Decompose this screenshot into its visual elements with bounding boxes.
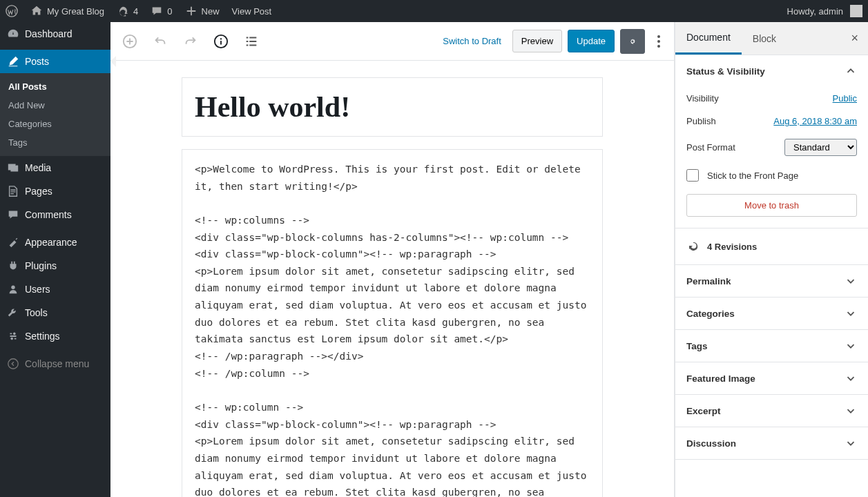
svg-point-1 [11, 286, 15, 289]
label-format: Post Format [686, 142, 735, 153]
howdy-user[interactable]: Howdy, admin [787, 5, 862, 17]
switch-to-draft[interactable]: Switch to Draft [437, 30, 507, 52]
menu-pages[interactable]: Pages [0, 179, 110, 203]
sticky-checkbox[interactable] [686, 169, 699, 182]
menu-posts[interactable]: Posts [0, 50, 110, 73]
updates-link[interactable]: 4 [117, 5, 138, 17]
outline-button[interactable] [239, 29, 264, 54]
admin-sidebar: Dashboard Posts All Posts Add New Catego… [0, 22, 110, 497]
svg-point-7 [220, 38, 222, 39]
chevron-down-icon [845, 340, 857, 352]
section-revisions[interactable]: 4 Revisions [675, 228, 868, 264]
submenu-add-new[interactable]: Add New [0, 96, 110, 115]
chevron-down-icon [845, 437, 857, 449]
site-link[interactable]: My Great Blog [30, 5, 104, 17]
post-content-editor[interactable]: <p>Welcome to WordPress. This is your fi… [182, 149, 603, 497]
svg-point-4 [8, 359, 18, 369]
settings-button[interactable] [620, 29, 645, 54]
chevron-down-icon [845, 405, 857, 417]
menu-appearance[interactable]: Appearance [0, 231, 110, 254]
svg-point-2 [13, 333, 16, 335]
inspector-panel: Document Block × Status & Visibility Vis… [675, 22, 868, 497]
preview-button[interactable]: Preview [512, 30, 562, 52]
tab-document[interactable]: Document [675, 22, 742, 55]
menu-plugins[interactable]: Plugins [0, 254, 110, 277]
chevron-up-icon [845, 65, 857, 77]
history-icon [686, 240, 700, 253]
svg-rect-8 [220, 41, 222, 45]
section-permalink[interactable]: Permalink [675, 265, 868, 297]
close-inspector[interactable]: × [841, 31, 868, 46]
submenu-all-posts[interactable]: All Posts [0, 77, 110, 96]
section-tags[interactable]: Tags [675, 330, 868, 362]
label-visibility: Visibility [686, 93, 719, 104]
avatar [850, 5, 862, 17]
chevron-down-icon [845, 372, 857, 384]
info-button[interactable] [209, 29, 233, 54]
more-menu[interactable] [650, 31, 667, 52]
menu-users[interactable]: Users [0, 277, 110, 301]
submenu-tags[interactable]: Tags [0, 133, 110, 152]
submenu-posts: All Posts Add New Categories Tags [0, 73, 110, 156]
new-label: New [202, 6, 220, 17]
wp-logo[interactable] [6, 5, 18, 17]
section-status[interactable]: Status & Visibility [675, 55, 868, 87]
undo-button[interactable] [148, 29, 173, 54]
menu-dashboard[interactable]: Dashboard [0, 22, 110, 46]
redo-button[interactable] [178, 29, 203, 54]
submenu-categories[interactable]: Categories [0, 115, 110, 133]
tab-block[interactable]: Block [742, 23, 787, 54]
chevron-down-icon [845, 275, 857, 287]
view-post-link[interactable]: View Post [232, 6, 272, 17]
comments-link[interactable]: 0 [151, 5, 172, 17]
editor-toolbar: Switch to Draft Preview Update [110, 22, 674, 61]
menu-settings[interactable]: Settings [0, 324, 110, 348]
update-button[interactable]: Update [568, 30, 615, 52]
label-publish: Publish [686, 116, 716, 126]
svg-point-3 [10, 338, 13, 340]
menu-comments[interactable]: Comments [0, 203, 110, 226]
menu-media[interactable]: Media [0, 156, 110, 179]
post-format-select[interactable]: Standard [784, 139, 857, 156]
menu-tools[interactable]: Tools [0, 301, 110, 324]
move-to-trash[interactable]: Move to trash [686, 194, 857, 217]
section-categories[interactable]: Categories [675, 298, 868, 329]
admin-bar: My Great Blog 4 0 New View Post Howdy, a… [0, 0, 868, 22]
value-publish[interactable]: Aug 6, 2018 8:30 am [773, 116, 857, 126]
chevron-down-icon [845, 307, 857, 320]
site-name: My Great Blog [47, 6, 104, 17]
section-discussion[interactable]: Discussion [675, 427, 868, 459]
value-visibility[interactable]: Public [833, 93, 857, 104]
sticky-checkbox-row[interactable]: Stick to the Front Page [686, 162, 857, 188]
section-excerpt[interactable]: Excerpt [675, 395, 868, 427]
menu-collapse[interactable]: Collapse menu [0, 352, 110, 376]
add-block-button[interactable] [117, 29, 142, 54]
post-title-input[interactable]: Hello world! [182, 77, 603, 137]
section-featured[interactable]: Featured Image [675, 362, 868, 394]
new-link[interactable]: New [185, 5, 220, 17]
updates-count: 4 [133, 6, 138, 17]
comments-count: 0 [167, 6, 172, 17]
